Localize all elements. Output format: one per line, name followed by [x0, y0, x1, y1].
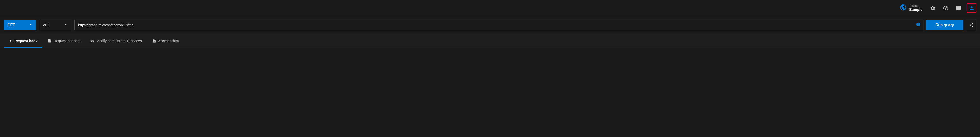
tab-modify-permissions-label: Modify permissions (Preview) — [96, 39, 142, 43]
tabs-row: Request body Request headers Modify perm… — [0, 33, 980, 48]
tenant-text: Tenant Sample — [909, 4, 923, 12]
notifications-button[interactable] — [954, 3, 963, 13]
doc-icon — [48, 39, 52, 43]
settings-button[interactable] — [928, 3, 937, 13]
version-chevron-icon — [64, 23, 68, 27]
toolbar-row: GET v1.0 Run query — [0, 16, 980, 33]
url-input-container — [74, 20, 923, 30]
tenant-info: Tenant Sample — [899, 4, 923, 12]
method-label: GET — [8, 23, 15, 27]
method-chevron-icon — [29, 23, 32, 27]
version-label: v1.0 — [43, 23, 49, 27]
tab-request-headers-label: Request headers — [54, 39, 80, 43]
header-right: Tenant Sample — [899, 3, 976, 13]
key-icon — [90, 39, 94, 43]
tenant-label: Tenant — [909, 4, 923, 8]
tab-request-body[interactable]: Request body — [4, 34, 42, 48]
lock-icon — [152, 39, 156, 43]
tab-access-token[interactable]: Access token — [147, 34, 183, 48]
tab-modify-permissions[interactable]: Modify permissions (Preview) — [86, 34, 146, 48]
tab-request-headers[interactable]: Request headers — [43, 34, 85, 48]
method-dropdown[interactable]: GET — [4, 20, 36, 30]
app-container: Tenant Sample — [0, 0, 980, 137]
tab-access-token-label: Access token — [158, 39, 179, 43]
tenant-name: Sample — [909, 8, 923, 12]
share-button[interactable] — [966, 20, 976, 30]
profile-button[interactable] — [967, 3, 976, 13]
play-icon — [8, 39, 13, 43]
version-dropdown[interactable]: v1.0 — [39, 20, 72, 30]
run-query-label: Run query — [935, 23, 954, 27]
info-icon[interactable] — [916, 22, 921, 28]
globe-icon — [899, 4, 907, 12]
url-input[interactable] — [74, 20, 923, 30]
tab-request-body-label: Request body — [14, 39, 37, 43]
help-button[interactable] — [941, 3, 950, 13]
header-bar: Tenant Sample — [0, 0, 980, 16]
run-query-button[interactable]: Run query — [926, 20, 963, 30]
